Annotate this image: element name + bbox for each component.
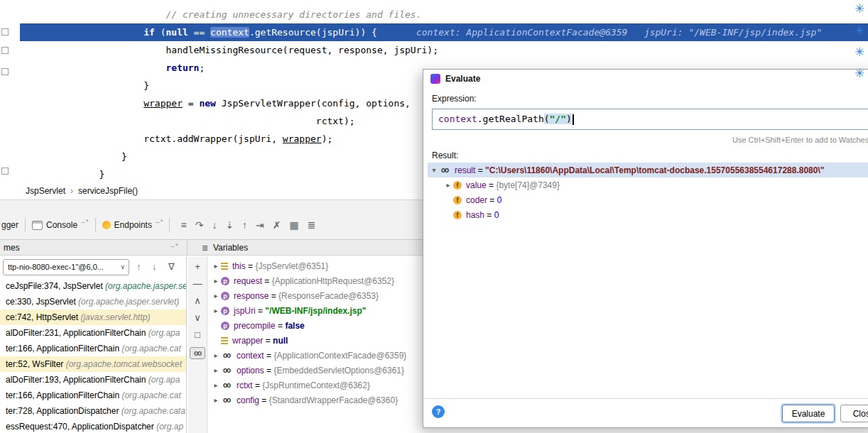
- add-watch-icon[interactable]: +: [195, 262, 200, 272]
- drop-frame-icon[interactable]: ✗: [273, 219, 281, 231]
- frame-row[interactable]: ter:166, ApplicationFilterChain (org.apa…: [0, 388, 186, 403]
- tab-endpoints[interactable]: Endpoints: [114, 220, 152, 230]
- variable-value: {EmbeddedServletOptions@6361}: [273, 366, 404, 376]
- expand-chevron-icon[interactable]: ▸: [211, 396, 221, 404]
- run-to-cursor-icon[interactable]: ⇥: [256, 219, 264, 231]
- debug-toolbar-row: gger Console →* Endpoints →* ≡↷↓⇣↑⇥✗▦≣: [1, 214, 320, 236]
- force-step-into-icon[interactable]: ⇣: [225, 219, 234, 231]
- breadcrumb-class[interactable]: JspServlet: [26, 186, 65, 196]
- code-token: new: [199, 98, 215, 109]
- tab-pin-icon[interactable]: →*: [154, 218, 163, 225]
- frame-row[interactable]: ceJspFile:374, JspServlet (org.apache.ja…: [0, 278, 186, 294]
- debugger-inline-values: context: ApplicationContextFacade@6359 j…: [416, 27, 822, 38]
- close-button[interactable]: Close: [840, 405, 868, 422]
- result-value: 0: [497, 195, 502, 205]
- code-line[interactable]: handleMissingResource(request, response,…: [20, 41, 868, 59]
- expand-chevron-icon[interactable]: ▸: [211, 277, 221, 285]
- variable-value: null: [273, 336, 288, 346]
- expand-chevron-icon[interactable]: ▸: [211, 262, 221, 270]
- notification-gear-icon[interactable]: ✳: [855, 3, 864, 15]
- panel-layout-icon[interactable]: □: [195, 330, 200, 340]
- frame-package: (javax.servlet.http): [80, 312, 150, 322]
- fold-marker-icon[interactable]: [1, 47, 9, 54]
- breadcrumb-method[interactable]: serviceJspFile(): [78, 186, 138, 196]
- expression-input[interactable]: context.getRealPath("/") ∨: [432, 109, 868, 130]
- frame-row[interactable]: alDoFilter:231, ApplicationFilterChain (…: [0, 325, 186, 341]
- expand-chevron-icon[interactable]: ▸: [211, 351, 221, 359]
- dialog-titlebar[interactable]: Evaluate: [423, 70, 868, 88]
- code-token: }: [143, 80, 149, 91]
- divider: [95, 218, 96, 232]
- help-icon[interactable]: ?: [432, 405, 445, 418]
- variables-header: Variables: [213, 240, 248, 256]
- code-token: =: [183, 98, 199, 109]
- tab-console[interactable]: Console: [46, 220, 77, 230]
- frames-pin-icon[interactable]: →*: [169, 242, 178, 249]
- result-row[interactable]: fhash = 0: [428, 207, 868, 222]
- value-icon: [221, 263, 228, 270]
- evaluate-button[interactable]: Evaluate: [782, 405, 835, 422]
- frame-row[interactable]: ce:330, JspServlet (org.apache.jasper.se…: [0, 294, 186, 309]
- scroll-down-icon[interactable]: ∨: [194, 313, 201, 323]
- view-breakpoints-icon[interactable]: ▦: [290, 219, 299, 231]
- frame-row[interactable]: ter:166, ApplicationFilterChain (org.apa…: [0, 341, 186, 356]
- fold-marker-icon[interactable]: [1, 168, 9, 175]
- layout-settings-icon[interactable]: ≡: [180, 219, 186, 231]
- code-token: rctxt);: [316, 116, 355, 126]
- next-frame-icon[interactable]: ↓: [152, 261, 157, 272]
- expression-hint: Use Ctrl+Shift+Enter to add to Watches: [732, 136, 868, 144]
- equals: =: [253, 380, 263, 390]
- breadcrumb-separator: ›: [70, 186, 73, 196]
- previous-frame-icon[interactable]: ↑: [136, 261, 141, 272]
- notification-gear-icon[interactable]: ✳: [855, 67, 864, 80]
- result-tree: ▾ooresult = "C:\Users\11860\AppData\Loca…: [423, 163, 868, 376]
- value-icon: [221, 337, 228, 344]
- fold-marker-icon[interactable]: [1, 68, 9, 75]
- expand-chevron-icon[interactable]: ▸: [211, 292, 221, 300]
- frame-package: (org.apache.tomcat.websocket: [66, 359, 182, 369]
- field-icon: f: [453, 211, 462, 219]
- fold-marker-icon[interactable]: [1, 28, 9, 35]
- code-line[interactable]: // creating unnecessary directories and …: [20, 6, 868, 23]
- step-over-icon[interactable]: ↷: [195, 219, 204, 231]
- result-row[interactable]: ▾ooresult = "C:\Users\11860\AppData\Loca…: [428, 163, 868, 177]
- divider: [25, 218, 26, 232]
- frame-row[interactable]: alDoFilter:193, ApplicationFilterChain (…: [0, 372, 186, 388]
- variable-value: {ApplicationHttpRequest@6352}: [272, 276, 394, 286]
- code-text: // creating unnecessary directories and …: [20, 9, 422, 20]
- frame-row[interactable]: essRequest:470, ApplicationDispatcher (o…: [0, 419, 186, 433]
- result-value: {byte[74]@7349}: [496, 180, 560, 190]
- expand-chevron-icon[interactable]: ▸: [211, 381, 221, 389]
- equals: =: [475, 165, 485, 175]
- code-token: }: [99, 169, 105, 180]
- scroll-up-icon[interactable]: ∧: [194, 296, 201, 306]
- frame-package: (org.apa: [148, 375, 180, 385]
- result-row[interactable]: fcoder = 0: [428, 192, 868, 207]
- watch-icon: oo: [221, 381, 232, 390]
- chevron-down-icon: ∨: [120, 260, 125, 275]
- expand-chevron-icon[interactable]: ▾: [429, 166, 439, 174]
- tab-debugger-partial[interactable]: gger: [1, 220, 18, 230]
- frame-row[interactable]: ter:728, ApplicationDispatcher (org.apac…: [0, 403, 186, 419]
- filter-frames-icon[interactable]: ∇: [168, 261, 175, 272]
- expand-chevron-icon[interactable]: ▸: [211, 366, 221, 374]
- code-token: context: [210, 27, 249, 38]
- variable-value: {StandardWrapperFacade@6360}: [269, 395, 398, 405]
- tab-pin-icon[interactable]: →*: [80, 218, 89, 225]
- notification-gear-icon[interactable]: ✳: [855, 46, 864, 58]
- result-row[interactable]: ▸fvalue = {byte[74]@7349}: [428, 177, 868, 192]
- code-line[interactable]: if (null == context.getResource(jspUri))…: [20, 23, 868, 41]
- code-token: ;: [199, 62, 205, 73]
- variables-menu-icon[interactable]: ≣: [202, 240, 208, 256]
- expand-chevron-icon[interactable]: ▸: [211, 307, 221, 314]
- watches-toggle-icon[interactable]: oo: [190, 347, 205, 359]
- step-out-icon[interactable]: ↑: [242, 219, 247, 231]
- mute-breakpoints-icon[interactable]: ≣: [308, 219, 316, 231]
- frame-row[interactable]: ter:52, WsFilter (org.apache.tomcat.webs…: [0, 356, 186, 372]
- step-into-icon[interactable]: ↓: [212, 219, 217, 231]
- expand-chevron-icon[interactable]: ▸: [443, 181, 453, 189]
- frame-row[interactable]: ce:742, HttpServlet (javax.servlet.http): [0, 309, 186, 325]
- thread-selector[interactable]: ttp-nio-8080-exec-1"@6,0... ∨: [3, 259, 129, 275]
- notification-gear-icon[interactable]: ✳: [855, 25, 864, 37]
- result-value: 0: [494, 210, 499, 220]
